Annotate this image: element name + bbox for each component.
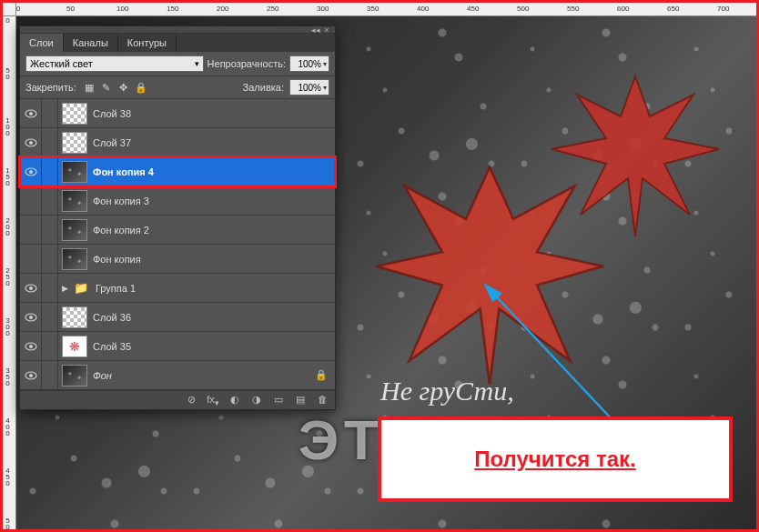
tab-каналы[interactable]: Каналы [64, 34, 118, 52]
visibility-toggle[interactable] [20, 99, 42, 127]
layer-list: Слой 38Слой 37Фон копия 4Фон копия 3Фон … [20, 99, 335, 390]
link-column [42, 216, 58, 244]
layer-row[interactable]: Слой 37 [20, 128, 335, 157]
ruler-tick: 500 [517, 5, 529, 13]
lock-paint-icon[interactable]: ✎ [99, 80, 114, 95]
folder-icon: 📁 [72, 281, 90, 296]
panel-footer: ⊘ fx▾ ◐ ◑ ▭ ▤ 🗑 [20, 390, 335, 409]
layer-name[interactable]: Группа 1 [96, 283, 335, 294]
svg-point-9 [29, 316, 33, 319]
link-column [42, 303, 58, 331]
layer-row[interactable]: Фон копия 2 [20, 216, 335, 245]
layer-row[interactable]: Фон копия [20, 245, 335, 274]
panel-close-icon[interactable]: × [322, 27, 331, 33]
ruler-horizontal[interactable]: 0501001502002503003504004505005506006507… [16, 3, 756, 16]
tab-слои[interactable]: Слои [20, 34, 64, 52]
layer-fx-icon[interactable]: fx▾ [206, 394, 220, 407]
lock-transparent-icon[interactable]: ▦ [82, 80, 96, 95]
group-expand-icon[interactable]: ▶ [62, 284, 68, 293]
new-layer-icon[interactable]: ▤ [293, 394, 308, 407]
layer-name[interactable]: Фон копия [93, 254, 335, 265]
layer-thumbnail[interactable] [62, 190, 87, 212]
layer-name[interactable]: Фон копия 2 [93, 225, 335, 236]
svg-point-5 [29, 170, 33, 174]
artwork-leaf [362, 153, 617, 389]
ruler-tick: 400 [4, 417, 11, 436]
link-column [42, 128, 58, 156]
adjustment-layer-icon[interactable]: ◑ [249, 394, 264, 407]
fill-input[interactable]: 100% [289, 79, 329, 95]
ruler-tick: 700 [717, 5, 729, 13]
layer-thumbnail[interactable] [62, 219, 87, 241]
ruler-tick: 550 [567, 5, 579, 13]
layer-name[interactable]: Слой 35 [93, 341, 335, 352]
layer-row[interactable]: Слой 35 [20, 332, 335, 361]
layer-name[interactable]: Слой 37 [93, 137, 335, 148]
layer-row[interactable]: Слой 38 [20, 99, 335, 128]
layer-name[interactable]: Слой 38 [93, 108, 335, 119]
layer-thumbnail[interactable] [62, 132, 87, 154]
svg-point-1 [29, 112, 33, 115]
layer-mask-icon[interactable]: ◐ [228, 394, 242, 407]
blend-mode-select[interactable]: Жесткий свет [25, 55, 204, 72]
artwork-script-text: Не груСти, [380, 376, 514, 407]
layer-thumbnail[interactable] [62, 306, 87, 328]
lock-position-icon[interactable]: ✥ [116, 80, 131, 95]
lock-fill-row: Закрепить: ▦ ✎ ✥ 🔒 Заливка: 100% [20, 76, 335, 99]
link-layers-icon[interactable]: ⊘ [184, 394, 198, 407]
ruler-tick: 500 [4, 517, 11, 529]
opacity-input[interactable]: 100% [289, 55, 329, 72]
ruler-tick: 0 [4, 16, 11, 23]
ruler-tick: 650 [667, 5, 679, 13]
layer-row[interactable]: Фон копия 3 [20, 186, 335, 216]
ruler-tick: 300 [4, 316, 11, 336]
layer-thumbnail[interactable] [62, 248, 87, 270]
layer-row[interactable]: Слой 36 [20, 303, 335, 332]
layer-row[interactable]: Фон🔒 [20, 361, 335, 390]
panel-grip[interactable]: ◂◂ × [20, 26, 335, 34]
eye-icon [25, 284, 37, 293]
layer-name[interactable]: Фон копия 4 [93, 166, 335, 177]
layer-row[interactable]: ▶📁Группа 1 [20, 274, 335, 303]
layers-panel[interactable]: ◂◂ × СлоиКаналыКонтуры Жесткий свет Непр… [19, 25, 336, 410]
layer-thumbnail[interactable] [62, 336, 87, 357]
visibility-toggle[interactable] [20, 186, 42, 215]
layer-name[interactable]: Фон копия 3 [93, 196, 335, 206]
layer-thumbnail[interactable] [62, 103, 87, 125]
ruler-tick: 150 [4, 166, 11, 186]
visibility-toggle[interactable] [20, 303, 42, 331]
new-group-icon[interactable]: ▭ [271, 394, 286, 407]
layer-name[interactable]: Слой 36 [93, 312, 335, 323]
delete-layer-icon[interactable]: 🗑 [315, 394, 329, 407]
layer-row[interactable]: Фон копия 4 [20, 157, 335, 186]
svg-point-13 [29, 374, 33, 377]
layer-thumbnail[interactable] [62, 161, 87, 183]
ruler-tick: 200 [4, 216, 11, 236]
svg-point-11 [29, 345, 33, 348]
panel-menu-icon[interactable]: ◂◂ [311, 27, 320, 33]
link-column [42, 332, 58, 360]
visibility-toggle[interactable] [20, 216, 42, 244]
eye-icon [25, 313, 37, 322]
layer-name[interactable]: Фон [93, 370, 315, 381]
opacity-label: Непрозрачность: [207, 58, 286, 69]
ruler-vertical[interactable]: 050100150200250300350400450500 [3, 16, 16, 529]
visibility-toggle[interactable] [20, 157, 42, 186]
visibility-toggle[interactable] [20, 245, 42, 273]
visibility-toggle[interactable] [20, 332, 42, 360]
visibility-toggle[interactable] [20, 128, 42, 156]
layer-thumbnail[interactable] [62, 365, 87, 386]
ruler-tick: 50 [66, 5, 75, 13]
eye-icon [25, 109, 37, 118]
visibility-toggle[interactable] [20, 361, 42, 389]
ruler-tick: 250 [4, 266, 11, 286]
ruler-tick: 350 [367, 5, 379, 13]
blend-opacity-row: Жесткий свет Непрозрачность: 100% [20, 52, 335, 76]
visibility-toggle[interactable] [20, 274, 42, 302]
ruler-tick: 50 [4, 66, 11, 79]
lock-icon: 🔒 [315, 369, 328, 381]
link-column [42, 157, 58, 186]
lock-all-icon[interactable]: 🔒 [134, 80, 148, 95]
tab-контуры[interactable]: Контуры [118, 34, 177, 52]
ruler-tick: 450 [4, 467, 11, 486]
